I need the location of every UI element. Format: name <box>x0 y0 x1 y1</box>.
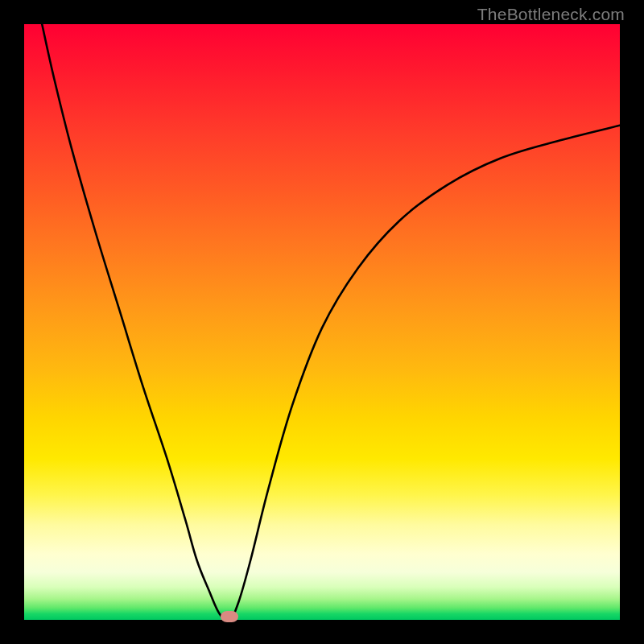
curve-path <box>42 24 620 621</box>
bottleneck-curve <box>24 24 620 620</box>
minimum-marker <box>221 611 238 622</box>
plot-area <box>24 24 620 620</box>
chart-frame: TheBottleneck.com <box>0 0 644 644</box>
watermark-text: TheBottleneck.com <box>477 5 625 24</box>
